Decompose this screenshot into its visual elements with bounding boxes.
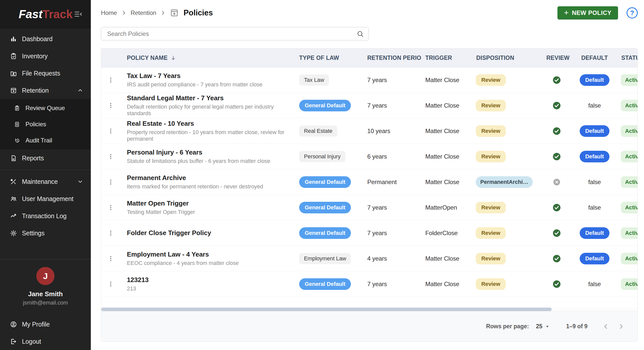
status-cell: Active	[618, 227, 638, 239]
archive-icon	[170, 8, 179, 17]
row-actions-kebab-icon[interactable]	[101, 153, 120, 160]
x-circle-icon	[553, 178, 561, 186]
row-actions-kebab-icon[interactable]	[101, 179, 120, 185]
row-actions-kebab-icon[interactable]	[101, 230, 120, 236]
sidebar-item-settings[interactable]: Settings	[0, 224, 91, 242]
sidebar-item-review-queue[interactable]: Review Queue	[0, 100, 91, 116]
retention-period-cell: 6 years	[363, 153, 422, 160]
table-row: Employment Law - 4 YearsEEOC compliance …	[101, 246, 637, 271]
trigger-cell: Matter Close	[422, 102, 472, 109]
row-actions-kebab-icon[interactable]	[101, 281, 120, 287]
sidebar-item-policies[interactable]: Policies	[0, 116, 91, 132]
row-actions-kebab-icon[interactable]	[101, 128, 120, 134]
column-header-review: REVIEW REQUIR…	[543, 55, 571, 61]
column-header-name[interactable]: POLICY NAME	[120, 55, 295, 61]
document-icon	[10, 155, 17, 162]
sidebar-item-logout[interactable]: Logout	[0, 333, 91, 350]
type-of-law-chip: General Default	[299, 227, 351, 239]
policy-name-cell: Matter Open TriggerTesting Matter Open T…	[120, 200, 295, 216]
column-header-retention: RETENTION PERIOD	[363, 55, 422, 61]
type-of-law-cell: General Default	[295, 176, 363, 188]
disposition-cell: Review	[472, 125, 543, 137]
document-lines-icon	[14, 121, 20, 127]
sidebar-collapse-icon[interactable]	[73, 9, 83, 19]
sidebar-item-retention[interactable]: Retention	[0, 82, 91, 99]
column-header-label: DEFAULT	[581, 55, 608, 61]
gear-icon	[10, 230, 17, 237]
breadcrumb-home[interactable]: Home	[101, 9, 117, 16]
default-pill: Default	[580, 227, 609, 239]
disposition-chip: Review	[476, 227, 506, 239]
status-badge: Active	[621, 74, 638, 86]
app-root: FastTrack DashboardInventoryFile Request…	[0, 0, 644, 350]
sidebar-divider	[0, 170, 91, 170]
new-policy-label: NEW POLICY	[572, 9, 611, 16]
next-page-button[interactable]	[615, 320, 627, 333]
disposition-cell: Review	[472, 227, 543, 239]
sidebar-footer-nav: My ProfileLogout	[0, 316, 91, 350]
retention-period-cell: 10 years	[363, 128, 422, 135]
bar-chart-icon	[10, 36, 17, 42]
trigger-cell: Matter Close	[422, 281, 472, 288]
policy-description: Items marked for permanent retention - n…	[127, 183, 295, 190]
type-of-law-cell: General Default	[295, 278, 363, 290]
review-required-cell	[543, 229, 571, 237]
default-pill: Default	[580, 253, 609, 264]
sidebar-item-file-requests[interactable]: File Requests	[0, 65, 91, 82]
review-required-cell	[543, 127, 571, 135]
search-icon[interactable]	[356, 30, 364, 38]
column-header-label: DISPOSITION	[476, 55, 514, 61]
check-circle-icon	[552, 76, 561, 84]
disposition-chip: Review	[476, 151, 506, 162]
sidebar-item-label: Retention	[22, 87, 77, 94]
type-of-law-cell: Real Estate	[295, 126, 363, 137]
status-badge: Active	[621, 202, 638, 213]
retention-period-cell: 7 years	[363, 281, 422, 288]
row-actions-kebab-icon[interactable]	[101, 204, 120, 211]
check-circle-icon	[552, 101, 561, 110]
default-cell: Default	[571, 227, 618, 239]
check-circle-icon	[552, 152, 561, 161]
status-cell: Active	[618, 74, 638, 86]
help-icon[interactable]: ?	[627, 7, 638, 18]
disposition-cell: Review	[472, 253, 543, 264]
sidebar: FastTrack DashboardInventoryFile Request…	[0, 0, 91, 350]
sidebar-item-dashboard[interactable]: Dashboard	[0, 30, 91, 47]
disposition-cell: Review	[472, 202, 543, 213]
caret-down-icon	[544, 323, 550, 330]
type-of-law-chip: Tax Law	[299, 74, 329, 86]
sidebar-item-maintenance[interactable]: Maintenance	[0, 173, 91, 190]
column-header-label: STATUS	[621, 55, 637, 61]
sidebar-item-user-management[interactable]: User Management	[0, 190, 91, 207]
column-header-disposition: DISPOSITION	[472, 55, 543, 61]
review-required-cell	[543, 178, 571, 186]
search-input[interactable]	[107, 30, 356, 37]
horizontal-scrollbar-thumb[interactable]	[101, 308, 552, 311]
trigger-cell: Matter Close	[422, 179, 472, 186]
sidebar-item-my-profile[interactable]: My Profile	[0, 316, 91, 333]
policy-name: Standard Legal Matter - 7 Years	[127, 94, 295, 102]
sidebar-item-label: Transaction Log	[22, 212, 83, 220]
previous-page-button[interactable]	[600, 320, 612, 333]
column-header-label: RETENTION PERIOD	[367, 55, 422, 61]
sidebar-item-reports[interactable]: Reports	[0, 149, 91, 167]
breadcrumb-retention[interactable]: Retention	[131, 9, 156, 16]
table-body: Tax Law - 7 YearsIRS audit period compli…	[101, 67, 637, 297]
avatar[interactable]: J	[36, 267, 54, 285]
sidebar-item-inventory[interactable]: Inventory	[0, 47, 91, 65]
type-of-law-chip: Employment Law	[299, 253, 351, 264]
retention-period-cell: 4 years	[363, 255, 422, 262]
sidebar-item-audit-trail[interactable]: Audit Trail	[0, 132, 91, 148]
breadcrumb: Home Retention Policies	[101, 8, 213, 17]
sidebar-item-transaction-log[interactable]: Transaction Log	[0, 207, 91, 224]
column-header-label: TRIGGER	[425, 55, 452, 61]
row-actions-kebab-icon[interactable]	[101, 77, 120, 83]
rows-per-page-select[interactable]: 25	[536, 323, 550, 330]
type-of-law-cell: Personal Injury	[295, 151, 363, 162]
sidebar-item-label: Dashboard	[22, 35, 83, 43]
row-actions-kebab-icon[interactable]	[101, 102, 120, 109]
row-actions-kebab-icon[interactable]	[101, 255, 120, 262]
clipboard-list-icon	[14, 105, 20, 111]
new-policy-button[interactable]: + NEW POLICY	[557, 6, 618, 19]
history-clock-icon	[14, 138, 20, 143]
